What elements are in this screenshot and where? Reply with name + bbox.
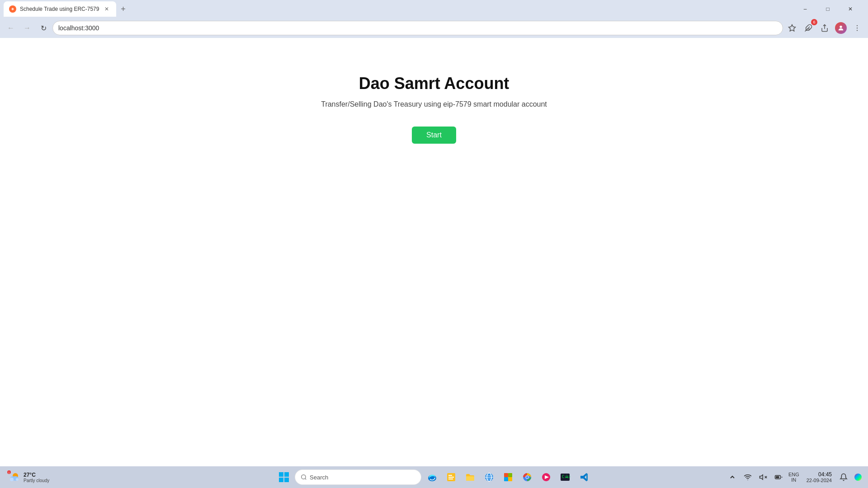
- tab-favicon: [9, 5, 16, 13]
- weather-icon: 1: [7, 470, 21, 484]
- chevron-up-icon: [730, 474, 735, 480]
- extensions-container: 6: [801, 21, 816, 35]
- taskbar-chrome-button[interactable]: [518, 468, 536, 486]
- svg-point-7: [857, 28, 858, 28]
- tab-close-button[interactable]: ✕: [103, 5, 111, 13]
- svg-rect-43: [566, 477, 568, 478]
- windows-start-button[interactable]: [275, 468, 293, 486]
- svg-point-5: [840, 26, 842, 28]
- clock-widget[interactable]: 04:45 22-09-2024: [803, 470, 835, 484]
- weather-widget[interactable]: 1 27°C Partly cloudy: [4, 469, 53, 486]
- speaker-icon: [759, 473, 767, 481]
- weather-temperature: 27°C: [24, 472, 49, 478]
- svg-rect-18: [279, 478, 283, 482]
- bell-icon: [840, 473, 848, 481]
- taskbar-apps: C:\>: [423, 468, 593, 486]
- svg-marker-1: [789, 25, 796, 31]
- taskbar: 1 27°C Partly cloudy: [0, 466, 868, 488]
- svg-line-21: [305, 479, 307, 480]
- svg-point-44: [747, 479, 748, 480]
- address-input[interactable]: [58, 24, 777, 32]
- browser-window: Schedule Trade using ERC-7579 ✕ + – □ ✕ …: [0, 0, 868, 488]
- close-button[interactable]: ✕: [840, 2, 861, 16]
- svg-rect-33: [504, 473, 508, 477]
- taskbar-left: 1 27°C Partly cloudy: [4, 469, 53, 486]
- extensions-badge: 6: [811, 19, 817, 25]
- system-tray: [726, 471, 785, 483]
- tabs-bar: Schedule Trade using ERC-7579 ✕ +: [4, 1, 793, 17]
- clock-time: 04:45: [818, 471, 832, 478]
- svg-rect-17: [284, 472, 289, 477]
- network-button[interactable]: [741, 471, 754, 483]
- svg-rect-27: [466, 476, 474, 481]
- taskbar-terminal-button[interactable]: C:\>: [556, 468, 574, 486]
- forward-button[interactable]: →: [20, 21, 34, 35]
- maximize-button[interactable]: □: [817, 2, 838, 16]
- taskbar-coupon-button[interactable]: [442, 468, 460, 486]
- new-tab-button[interactable]: +: [116, 2, 130, 16]
- svg-point-20: [302, 475, 306, 479]
- svg-rect-35: [504, 477, 508, 481]
- show-hidden-tray-button[interactable]: [726, 471, 739, 483]
- svg-point-39: [526, 476, 528, 479]
- language-region: IN: [791, 477, 796, 483]
- taskbar-right: ENG IN 04:45 22-09-2024: [726, 470, 864, 484]
- svg-marker-45: [760, 475, 763, 480]
- profile-button[interactable]: [834, 21, 848, 35]
- svg-rect-24: [448, 475, 452, 476]
- page-title: Dao Samrt Account: [359, 74, 509, 93]
- search-label: Search: [310, 474, 328, 481]
- back-button[interactable]: ←: [4, 21, 18, 35]
- taskbar-media-button[interactable]: [537, 468, 555, 486]
- weather-description: Partly cloudy: [24, 478, 49, 483]
- browser-menu-button[interactable]: [850, 21, 864, 35]
- taskbar-edge-button[interactable]: [423, 468, 441, 486]
- weather-info: 27°C Partly cloudy: [24, 472, 49, 483]
- address-bar[interactable]: [52, 21, 783, 35]
- taskbar-center: Search: [275, 468, 593, 486]
- svg-text:1: 1: [9, 471, 10, 474]
- svg-point-13: [16, 478, 19, 481]
- svg-rect-25: [448, 477, 454, 478]
- notifications-button[interactable]: [837, 471, 850, 483]
- svg-point-12: [10, 478, 14, 481]
- title-bar: Schedule Trade using ERC-7579 ✕ + – □ ✕: [0, 0, 868, 18]
- minimize-button[interactable]: –: [795, 2, 816, 16]
- svg-rect-16: [279, 472, 283, 477]
- window-controls: – □ ✕: [795, 2, 861, 16]
- battery-button[interactable]: [772, 471, 785, 483]
- color-circle-icon: [854, 473, 863, 482]
- language-code: ENG: [788, 472, 799, 477]
- start-button[interactable]: Start: [412, 127, 456, 144]
- wifi-icon: [744, 473, 752, 481]
- svg-point-8: [857, 30, 858, 31]
- taskbar-file-explorer-button[interactable]: [461, 468, 479, 486]
- color-profile-button[interactable]: [852, 471, 864, 483]
- svg-point-51: [854, 474, 862, 481]
- taskbar-store-button[interactable]: [499, 468, 517, 486]
- svg-rect-50: [776, 476, 779, 479]
- svg-point-6: [857, 25, 858, 26]
- taskbar-ie-button[interactable]: [480, 468, 498, 486]
- reload-button[interactable]: ↻: [36, 21, 51, 35]
- taskbar-vscode-button[interactable]: [575, 468, 593, 486]
- clock-date: 22-09-2024: [807, 478, 832, 483]
- taskbar-search[interactable]: Search: [295, 469, 421, 485]
- svg-rect-34: [508, 473, 512, 477]
- battery-icon: [774, 473, 783, 481]
- share-button[interactable]: [817, 21, 832, 35]
- search-icon: [301, 474, 307, 480]
- svg-rect-19: [284, 478, 289, 482]
- language-widget: ENG IN: [787, 471, 801, 483]
- tab-title: Schedule Trade using ERC-7579: [20, 6, 99, 12]
- nav-bar: ← → ↻ 6: [0, 18, 868, 38]
- profile-avatar: [835, 22, 847, 34]
- active-tab[interactable]: Schedule Trade using ERC-7579 ✕: [4, 1, 116, 17]
- page-subtitle: Transfer/Selling Dao's Treasury using ei…: [321, 100, 547, 108]
- svg-rect-36: [508, 477, 512, 481]
- bookmark-button[interactable]: [785, 21, 799, 35]
- speaker-button[interactable]: [757, 471, 769, 483]
- svg-rect-26: [448, 479, 453, 479]
- page-content: Dao Samrt Account Transfer/Selling Dao's…: [0, 38, 868, 466]
